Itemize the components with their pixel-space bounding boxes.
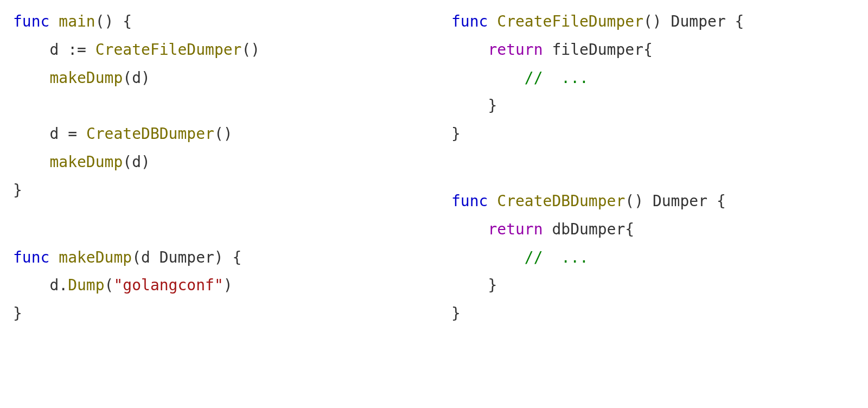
ident-createfiledumper: CreateFileDumper [95, 41, 242, 59]
code-text: } [451, 276, 497, 294]
ident-makedump: makeDump [59, 248, 132, 266]
ident-main: main [59, 12, 95, 30]
block-spacer [451, 148, 868, 187]
block-spacer [13, 205, 441, 244]
ident-createdbdumper: CreateDBDumper [497, 192, 625, 210]
code-text [77, 125, 86, 143]
right-code-block: func CreateFileDumper() Dumper { return … [441, 8, 868, 408]
code-text [86, 41, 95, 59]
code-text: } [451, 125, 461, 143]
ident-createfiledumper: CreateFileDumper [497, 12, 643, 30]
ident-makedump: makeDump [49, 153, 123, 171]
ident-createdbdumper: CreateDBDumper [86, 125, 214, 143]
ident-dump: Dump [68, 276, 104, 294]
code-text: (d Dumper) { [132, 248, 241, 266]
code-text: d [13, 125, 68, 143]
code-text [451, 220, 488, 238]
op-decl-assign: := [68, 41, 86, 59]
code-text: () { [95, 12, 132, 30]
keyword-func: func [451, 192, 497, 210]
keyword-func: func [451, 12, 497, 30]
code-text [13, 153, 49, 171]
code-text: () [214, 125, 233, 143]
code-text [451, 41, 488, 59]
ident-makedump: makeDump [49, 69, 123, 87]
code-text [451, 248, 525, 266]
code-text: } [451, 97, 497, 114]
op-assign: = [68, 125, 77, 143]
code-createfns: func CreateFileDumper() Dumper { return … [451, 8, 868, 328]
code-text: ) [224, 276, 233, 294]
code-text: () [241, 41, 260, 59]
keyword-return: return [488, 220, 552, 238]
code-text: (d) [123, 69, 150, 87]
keyword-return: return [488, 41, 552, 59]
code-text: fileDumper{ [552, 41, 652, 59]
code-text: } [13, 304, 22, 322]
code-text: ( [105, 276, 114, 294]
code-text: (d) [123, 153, 150, 171]
code-text [451, 69, 525, 87]
code-text: } [13, 181, 22, 199]
code-text: dbDumper{ [552, 220, 634, 238]
code-text: d [13, 41, 68, 59]
comment-ellipsis: // ... [525, 69, 589, 87]
code-text: } [451, 304, 461, 322]
code-two-column-layout: func main() { d := CreateFileDumper() ma… [0, 0, 868, 408]
keyword-func: func [13, 248, 59, 266]
code-main-and-makedump: func main() { d := CreateFileDumper() ma… [13, 8, 441, 328]
code-text: () Dumper { [643, 12, 744, 30]
code-text: () Dumper { [625, 192, 725, 210]
comment-ellipsis: // ... [525, 248, 589, 266]
left-code-block: func main() { d := CreateFileDumper() ma… [13, 8, 441, 408]
string-golangconf: "golangconf" [113, 276, 223, 294]
code-text [13, 69, 49, 87]
keyword-func: func [13, 12, 59, 30]
code-text: d. [13, 276, 68, 294]
